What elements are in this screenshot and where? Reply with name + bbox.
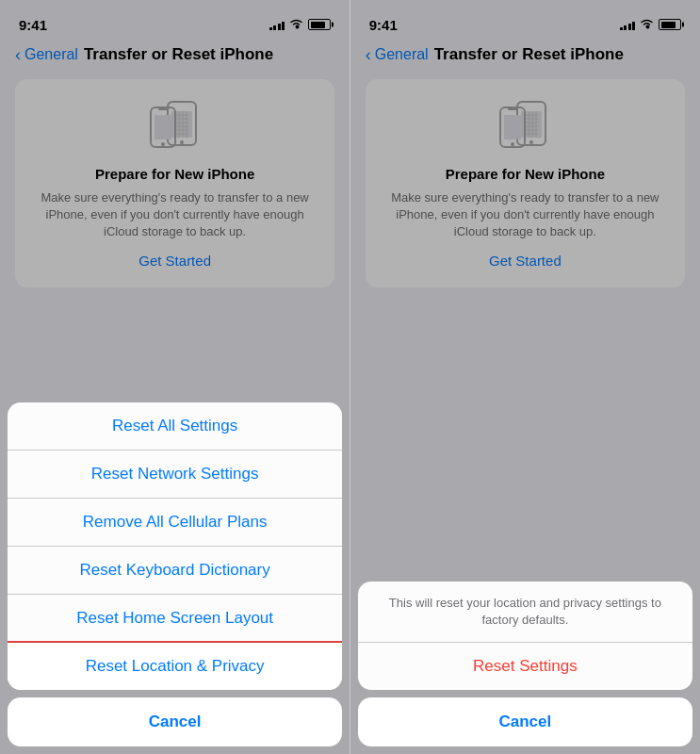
svg-point-2 xyxy=(180,140,184,144)
svg-rect-31 xyxy=(508,107,517,110)
prepare-desc-left: Make sure everything's ready to transfer… xyxy=(30,189,319,241)
confirm-box: This will reset your location and privac… xyxy=(358,582,692,690)
svg-rect-15 xyxy=(158,107,168,110)
prepare-card-left: Prepare for New iPhone Make sure everyth… xyxy=(15,79,334,287)
prepare-title-left: Prepare for New iPhone xyxy=(95,166,254,182)
nav-header-right: ‹ General Transfer or Reset iPhone xyxy=(350,41,700,72)
svg-point-18 xyxy=(529,140,533,144)
page-title-right: Transfer or Reset iPhone xyxy=(434,45,624,64)
nav-header-left: ‹ General Transfer or Reset iPhone xyxy=(0,41,350,72)
reset-keyboard-dictionary-option[interactable]: Reset Keyboard Dictionary xyxy=(8,547,342,595)
confirm-action-sheet: This will reset your location and privac… xyxy=(350,582,700,754)
battery-icon-right xyxy=(659,19,681,30)
get-started-button-right[interactable]: Get Started xyxy=(489,253,562,269)
chevron-left-icon: ‹ xyxy=(15,46,21,63)
back-button-left[interactable]: ‹ General xyxy=(15,46,78,63)
page-title-left: Transfer or Reset iPhone xyxy=(84,45,273,64)
status-bar-right: 9:41 xyxy=(350,0,700,41)
prepare-card-right: Prepare for New iPhone Make sure everyth… xyxy=(366,79,685,287)
cancel-button-right[interactable]: Cancel xyxy=(358,697,692,746)
right-phone-panel: 9:41 ‹ General T xyxy=(350,0,700,754)
status-time-right: 9:41 xyxy=(369,17,398,33)
get-started-button-left[interactable]: Get Started xyxy=(138,253,211,269)
reset-action-sheet: Reset All Settings Reset Network Setting… xyxy=(0,402,350,754)
chevron-right-icon: ‹ xyxy=(366,46,371,63)
phone-icon-container-right xyxy=(491,98,559,155)
status-icons-left xyxy=(269,18,332,32)
status-bar-left: 9:41 xyxy=(0,0,350,41)
back-button-right[interactable]: ‹ General xyxy=(366,46,429,63)
reset-all-settings-option[interactable]: Reset All Settings xyxy=(8,402,342,451)
phone-icon-svg-left xyxy=(141,98,209,155)
svg-point-14 xyxy=(161,142,165,146)
reset-location-privacy-option[interactable]: Reset Location & Privacy xyxy=(8,643,342,690)
battery-icon-left xyxy=(308,19,331,30)
svg-rect-29 xyxy=(504,115,521,139)
status-time-left: 9:41 xyxy=(19,17,47,33)
cancel-button-left[interactable]: Cancel xyxy=(8,697,342,746)
reset-options-list: Reset All Settings Reset Network Setting… xyxy=(8,402,342,690)
status-icons-right xyxy=(620,18,682,32)
prepare-desc-right: Make sure everything's ready to transfer… xyxy=(381,189,670,241)
phone-icon-container-left xyxy=(141,98,209,155)
confirm-reset-button[interactable]: Reset Settings xyxy=(358,643,692,690)
wifi-icon-left xyxy=(289,18,303,32)
back-label-right: General xyxy=(375,46,429,63)
phone-icon-svg-right xyxy=(491,98,559,155)
back-label-left: General xyxy=(24,46,78,63)
confirm-message: This will reset your location and privac… xyxy=(358,582,692,643)
svg-rect-13 xyxy=(155,115,171,139)
signal-icon-left xyxy=(269,19,285,30)
reset-network-settings-option[interactable]: Reset Network Settings xyxy=(8,451,342,499)
reset-home-screen-layout-option[interactable]: Reset Home Screen Layout xyxy=(8,595,342,643)
remove-cellular-plans-option[interactable]: Remove All Cellular Plans xyxy=(8,499,342,547)
prepare-title-right: Prepare for New iPhone xyxy=(446,166,605,182)
wifi-icon-right xyxy=(640,18,654,32)
signal-icon-right xyxy=(620,19,636,30)
svg-point-30 xyxy=(511,142,514,146)
left-phone-panel: 9:41 ‹ General T xyxy=(0,0,350,754)
